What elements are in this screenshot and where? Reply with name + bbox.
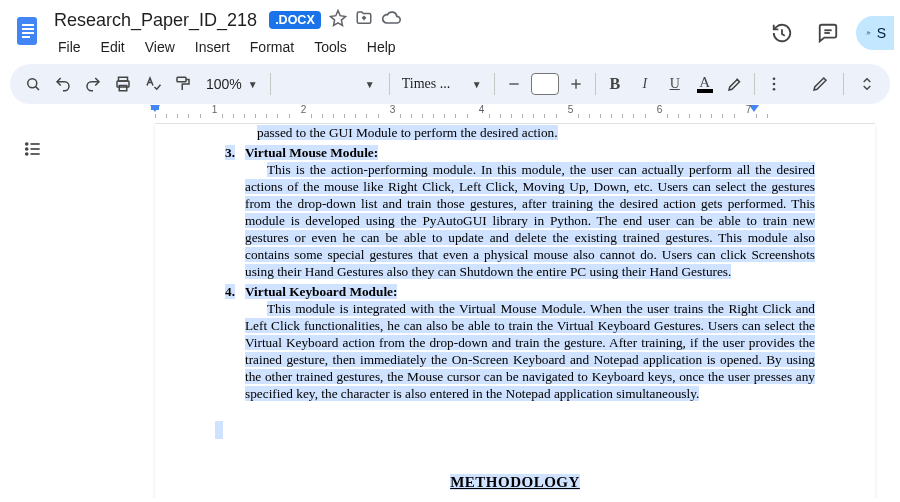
menu-view[interactable]: View bbox=[137, 35, 183, 59]
document-content[interactable]: passed to the GUI Module to perform the … bbox=[215, 124, 815, 498]
ruler-major-7: 7 bbox=[746, 104, 752, 115]
font-size-group bbox=[499, 69, 591, 99]
ruler-major-2: 2 bbox=[301, 104, 307, 115]
ruler-major-6: 6 bbox=[657, 104, 663, 115]
svg-rect-4 bbox=[22, 36, 30, 38]
highlight-button[interactable] bbox=[720, 69, 750, 99]
more-tools-icon[interactable] bbox=[759, 69, 789, 99]
paint-format-icon[interactable] bbox=[168, 69, 198, 99]
svg-point-23 bbox=[26, 143, 28, 145]
menu-format[interactable]: Format bbox=[242, 35, 302, 59]
zoom-value: 100% bbox=[206, 76, 242, 92]
ruler-first-line-marker[interactable] bbox=[151, 105, 159, 110]
svg-rect-2 bbox=[22, 28, 34, 30]
font-value: Times ... bbox=[402, 76, 451, 92]
history-icon[interactable] bbox=[764, 15, 800, 51]
editing-mode-button[interactable] bbox=[805, 69, 835, 99]
list-item-4: 4. Virtual Keyboard Module: This module … bbox=[215, 283, 815, 402]
redo-icon[interactable] bbox=[78, 69, 108, 99]
star-icon[interactable] bbox=[329, 9, 347, 31]
separator bbox=[270, 73, 271, 95]
ruler-major-1: 1 bbox=[212, 104, 218, 115]
separator bbox=[595, 73, 596, 95]
chevron-down-icon: ▼ bbox=[248, 79, 258, 90]
person-add-icon bbox=[866, 24, 871, 42]
separator bbox=[754, 73, 755, 95]
share-button[interactable]: S bbox=[856, 16, 894, 50]
zoom-picker[interactable]: 100% ▼ bbox=[198, 69, 266, 99]
svg-rect-3 bbox=[22, 32, 34, 34]
print-icon[interactable] bbox=[108, 69, 138, 99]
svg-point-17 bbox=[772, 77, 775, 80]
outline-toggle-icon[interactable] bbox=[16, 132, 50, 166]
toolbar: 100% ▼ ▼ Times ... ▼ B I U A bbox=[10, 64, 890, 104]
undo-icon[interactable] bbox=[48, 69, 78, 99]
text-color-button[interactable]: A bbox=[690, 69, 720, 99]
italic-button[interactable]: I bbox=[630, 69, 660, 99]
svg-point-8 bbox=[28, 79, 37, 88]
svg-rect-1 bbox=[22, 24, 34, 26]
page: passed to the GUI Module to perform the … bbox=[155, 124, 875, 498]
underline-button[interactable]: U bbox=[660, 69, 690, 99]
li3-body: This is the action-performing module. In… bbox=[245, 162, 815, 279]
bold-button[interactable]: B bbox=[600, 69, 630, 99]
ruler[interactable]: 1234567 bbox=[66, 104, 900, 124]
cloud-icon[interactable] bbox=[381, 8, 401, 32]
text-color-swatch bbox=[697, 89, 713, 93]
menu-tools[interactable]: Tools bbox=[306, 35, 355, 59]
search-menus-icon[interactable] bbox=[18, 69, 48, 99]
separator bbox=[494, 73, 495, 95]
menu-edit[interactable]: Edit bbox=[93, 35, 133, 59]
svg-point-7 bbox=[867, 32, 868, 33]
docx-badge: .DOCX bbox=[269, 11, 321, 29]
title-area: Research_Paper_ID_218 .DOCX File Edit Vi… bbox=[50, 8, 404, 59]
svg-rect-13 bbox=[177, 77, 186, 82]
move-icon[interactable] bbox=[355, 9, 373, 31]
section-heading: METHODOLOGY bbox=[450, 474, 580, 490]
ruler-major-4: 4 bbox=[479, 104, 485, 115]
chevron-down-icon: ▼ bbox=[472, 79, 482, 90]
left-rail bbox=[0, 104, 66, 498]
menu-help[interactable]: Help bbox=[359, 35, 404, 59]
expand-icon[interactable] bbox=[852, 69, 882, 99]
svg-line-9 bbox=[36, 87, 39, 90]
selection-marker bbox=[215, 421, 223, 439]
li4-body: This module is integrated with the Virtu… bbox=[245, 301, 815, 401]
menu-bar: File Edit View Insert Format Tools Help bbox=[50, 35, 404, 59]
ruler-major-5: 5 bbox=[568, 104, 574, 115]
chevron-down-icon: ▼ bbox=[365, 79, 375, 90]
paragraph-style-picker[interactable]: ▼ bbox=[275, 69, 385, 99]
increase-font-icon[interactable] bbox=[561, 69, 591, 99]
spellcheck-icon[interactable] bbox=[138, 69, 168, 99]
separator bbox=[389, 73, 390, 95]
menu-file[interactable]: File bbox=[50, 35, 89, 59]
svg-point-25 bbox=[26, 153, 28, 155]
decrease-font-icon[interactable] bbox=[499, 69, 529, 99]
font-picker[interactable]: Times ... ▼ bbox=[394, 69, 490, 99]
li4-title: Virtual Keyboard Module: bbox=[245, 284, 397, 299]
header: Research_Paper_ID_218 .DOCX File Edit Vi… bbox=[0, 0, 900, 60]
list-item-3: 3. Virtual Mouse Module: This is the act… bbox=[215, 144, 815, 280]
svg-rect-0 bbox=[17, 17, 37, 45]
li3-title: Virtual Mouse Module: bbox=[245, 145, 378, 160]
document-title[interactable]: Research_Paper_ID_218 bbox=[50, 8, 261, 33]
svg-point-24 bbox=[26, 148, 28, 150]
ruler-major-3: 3 bbox=[390, 104, 396, 115]
svg-point-18 bbox=[772, 83, 775, 86]
document-scroll[interactable]: 1234567 passed to the GUI Module to perf… bbox=[66, 104, 900, 498]
comments-icon[interactable] bbox=[810, 15, 846, 51]
font-size-input[interactable] bbox=[531, 73, 559, 95]
docs-logo[interactable] bbox=[8, 11, 48, 51]
separator bbox=[843, 73, 844, 95]
menu-insert[interactable]: Insert bbox=[187, 35, 238, 59]
share-label: S bbox=[877, 25, 886, 41]
body-text: passed to the GUI Module to perform the … bbox=[257, 125, 558, 140]
svg-point-19 bbox=[772, 88, 775, 91]
